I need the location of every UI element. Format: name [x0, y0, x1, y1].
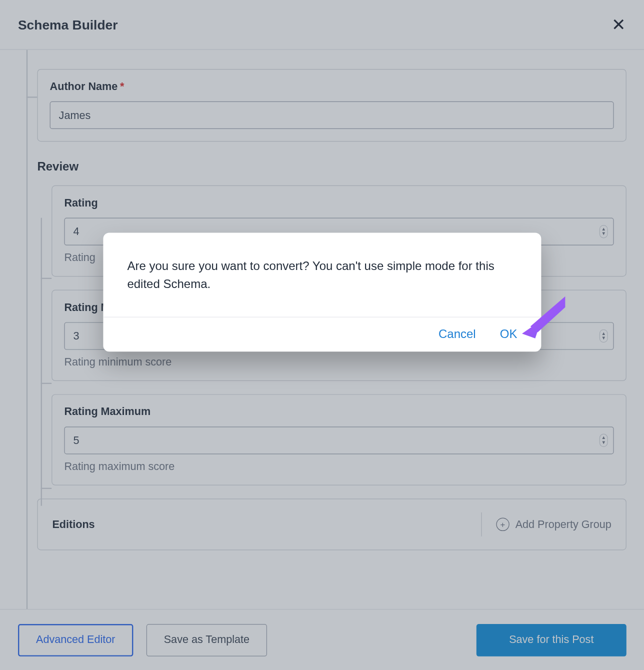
ok-button[interactable]: OK — [500, 327, 518, 341]
cancel-button[interactable]: Cancel — [438, 327, 476, 341]
confirm-modal: Are you sure you want to convert? You ca… — [103, 233, 541, 352]
modal-footer: Cancel OK — [103, 317, 541, 352]
modal-message: Are you sure you want to convert? You ca… — [103, 233, 541, 317]
schema-builder-page: Schema Builder ✕ Author Name* Review Rat… — [0, 0, 644, 670]
modal-overlay: Are you sure you want to convert? You ca… — [0, 0, 644, 670]
